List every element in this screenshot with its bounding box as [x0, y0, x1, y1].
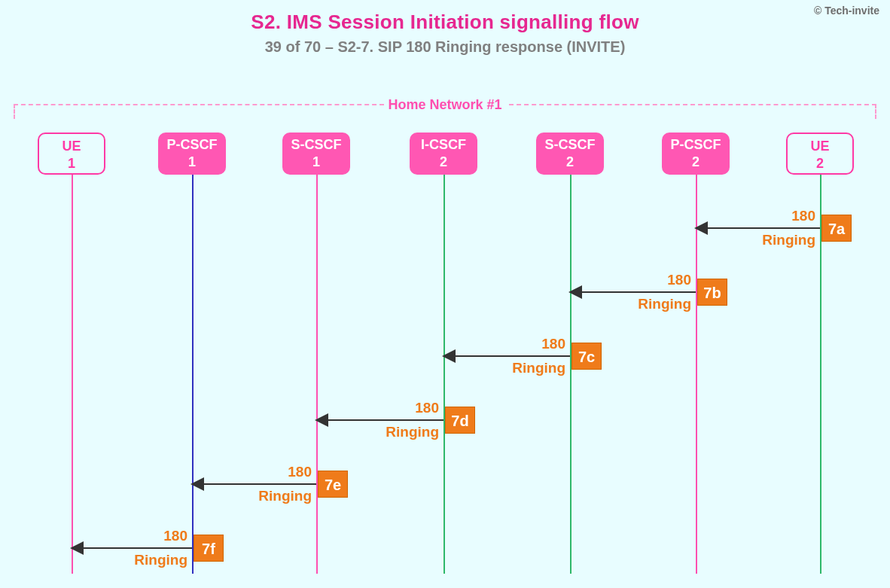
node-scscf-2: S-CSCF2 [536, 133, 604, 175]
arrow-left-icon [190, 477, 204, 491]
node-index: 1 [282, 154, 350, 171]
message-text: Ringing [258, 488, 312, 504]
message-code: 180 [163, 528, 187, 544]
home-network-tick-right [875, 104, 876, 119]
node-index: 2 [788, 155, 852, 172]
home-network-bracket-left [14, 104, 384, 105]
arrow-line [443, 355, 570, 357]
message-7b: 180Ringing7b [570, 275, 727, 311]
node-pcscf-2: P-CSCF2 [662, 133, 730, 175]
node-index: 2 [662, 154, 730, 171]
message-code: 180 [288, 464, 312, 480]
arrow-left-icon [315, 413, 328, 427]
lifeline-0 [72, 175, 73, 574]
arrow-left-icon [568, 285, 582, 299]
node-label: S-CSCF [282, 136, 350, 154]
message-7c: 180Ringing7c [443, 339, 602, 375]
node-label: S-CSCF [536, 136, 604, 154]
message-code: 180 [667, 272, 691, 288]
node-label: UE [788, 138, 852, 155]
arrow-left-icon [694, 221, 708, 235]
step-badge: 7b [697, 279, 727, 306]
page-title: S2. IMS Session Initiation signalling fl… [0, 0, 890, 34]
message-7e: 180Ringing7e [192, 467, 348, 503]
arrow-left-icon [442, 349, 456, 363]
node-index: 1 [158, 154, 226, 171]
node-ue-2: UE2 [786, 133, 854, 175]
arrow-line [192, 483, 316, 485]
message-text: Ringing [386, 424, 439, 440]
diagram-page: © Tech-invite S2. IMS Session Initiation… [0, 0, 890, 588]
page-subtitle: 39 of 70 – S2-7. SIP 180 Ringing respons… [0, 38, 890, 56]
step-badge: 7f [194, 535, 224, 562]
message-text: Ringing [134, 552, 187, 568]
message-text: Ringing [638, 296, 691, 312]
node-ue-1: UE1 [38, 133, 105, 175]
arrow-line [696, 227, 820, 229]
lifeline-1 [192, 175, 194, 574]
node-icscf-2: I-CSCF2 [410, 133, 477, 175]
step-badge: 7d [445, 407, 475, 434]
node-index: 1 [39, 155, 104, 172]
node-label: UE [39, 138, 104, 155]
node-scscf-1: S-CSCF1 [282, 133, 350, 175]
message-text: Ringing [762, 232, 815, 248]
node-label: P-CSCF [158, 136, 226, 154]
arrow-line [72, 547, 192, 549]
message-code: 180 [791, 208, 815, 224]
node-index: 2 [536, 154, 604, 171]
copyright-text: © Tech-invite [814, 5, 879, 17]
node-pcscf-1: P-CSCF1 [158, 133, 226, 175]
home-network-bracket-right [509, 104, 876, 105]
message-7f: 180Ringing7f [72, 531, 224, 567]
arrow-left-icon [70, 541, 84, 555]
node-index: 2 [410, 154, 477, 171]
step-badge: 7c [571, 343, 602, 370]
message-7d: 180Ringing7d [316, 403, 475, 439]
message-7a: 180Ringing7a [696, 211, 852, 247]
arrow-line [316, 419, 443, 421]
node-label: I-CSCF [410, 136, 477, 154]
lifeline-2 [316, 175, 318, 574]
message-code: 180 [415, 400, 439, 416]
arrow-line [570, 291, 696, 293]
step-badge: 7e [318, 471, 348, 498]
home-network-tick-left [14, 104, 15, 119]
step-badge: 7a [821, 215, 852, 242]
node-label: P-CSCF [662, 136, 730, 154]
message-text: Ringing [512, 360, 565, 376]
message-code: 180 [541, 336, 565, 352]
